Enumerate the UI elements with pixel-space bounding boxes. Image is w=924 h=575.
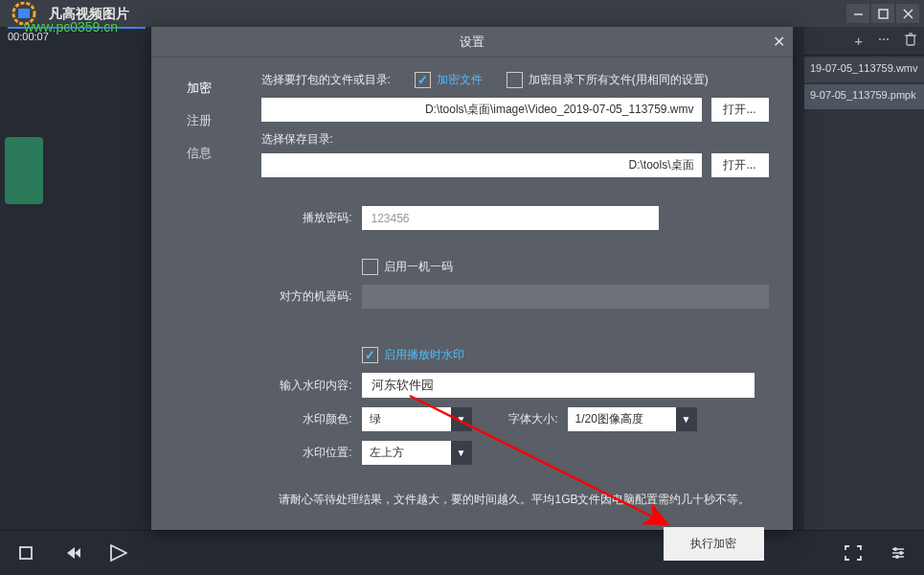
- encrypt-dir-checkbox[interactable]: [507, 72, 523, 88]
- svg-point-17: [893, 547, 897, 551]
- minimize-button[interactable]: [846, 4, 869, 23]
- settings-icon[interactable]: [890, 544, 907, 562]
- execute-encrypt-button[interactable]: 执行加密: [664, 527, 764, 561]
- svg-rect-13: [20, 547, 32, 559]
- chevron-down-icon: ▼: [451, 407, 472, 431]
- encrypt-file-label: 加密文件: [437, 72, 483, 88]
- dest-label: 选择保存目录:: [261, 131, 769, 148]
- source-path-input[interactable]: [261, 98, 702, 122]
- settings-dialog: 设置 ✕ 加密 注册 信息 选择要打包的文件或目录: 加: [151, 27, 793, 530]
- video-panel: 00:00:07: [0, 27, 153, 530]
- password-input[interactable]: [362, 206, 659, 230]
- machine-code-label: 对方的机器码:: [261, 288, 352, 305]
- watermark-text: www.pc0359.cn: [24, 19, 118, 34]
- svg-point-19: [895, 555, 899, 559]
- machine-enable-checkbox[interactable]: [362, 259, 378, 275]
- font-size-dropdown[interactable]: 1/20图像高度 ▼: [568, 407, 697, 431]
- source-label: 选择要打包的文件或目录:: [261, 72, 391, 88]
- tab-info[interactable]: 信息: [151, 137, 247, 170]
- titlebar: 凡高视频图片: [0, 0, 924, 27]
- tab-encrypt[interactable]: 加密: [151, 72, 247, 104]
- fullscreen-icon[interactable]: [844, 544, 863, 562]
- watermark-position-dropdown[interactable]: 左上方 ▼: [362, 441, 472, 465]
- encrypt-file-checkbox[interactable]: [415, 72, 431, 88]
- font-size-label: 字体大小:: [482, 411, 558, 427]
- watermark-color-dropdown[interactable]: 绿 ▼: [362, 407, 472, 431]
- dialog-close-icon[interactable]: ✕: [773, 33, 785, 51]
- svg-rect-1: [18, 9, 30, 18]
- watermark-content-input[interactable]: [362, 373, 755, 398]
- machine-code-input: [362, 285, 769, 309]
- watermark-color-label: 水印颜色:: [261, 411, 352, 427]
- chevron-down-icon: ▼: [451, 441, 472, 465]
- watermark-enable-checkbox[interactable]: [362, 347, 378, 363]
- close-button[interactable]: [896, 4, 919, 23]
- play-icon[interactable]: [107, 543, 128, 563]
- machine-enable-label: 启用一机一码: [384, 259, 453, 275]
- chevron-down-icon: ▼: [676, 407, 697, 431]
- previous-icon[interactable]: [61, 543, 80, 563]
- stop-icon[interactable]: [17, 543, 34, 563]
- svg-point-18: [899, 551, 903, 555]
- tab-register[interactable]: 注册: [151, 104, 247, 137]
- watermark-content-label: 输入水印内容:: [261, 378, 352, 394]
- svg-rect-3: [879, 10, 888, 18]
- watermark-position-label: 水印位置:: [261, 445, 352, 461]
- open-source-button[interactable]: 打开...: [711, 98, 769, 122]
- maximize-button[interactable]: [871, 4, 894, 23]
- open-dest-button[interactable]: 打开...: [711, 153, 769, 177]
- password-label: 播放密码:: [261, 210, 352, 226]
- dialog-title: 设置: [151, 34, 793, 51]
- processing-note: 请耐心等待处理结果，文件越大，要的时间越久。平均1GB文件因电脑配置需约几十秒不…: [261, 492, 769, 508]
- encrypt-dir-label: 加密目录下所有文件(用相同的设置): [529, 72, 709, 88]
- dest-path-input[interactable]: [261, 153, 702, 177]
- watermark-enable-label: 启用播放时水印: [384, 347, 464, 363]
